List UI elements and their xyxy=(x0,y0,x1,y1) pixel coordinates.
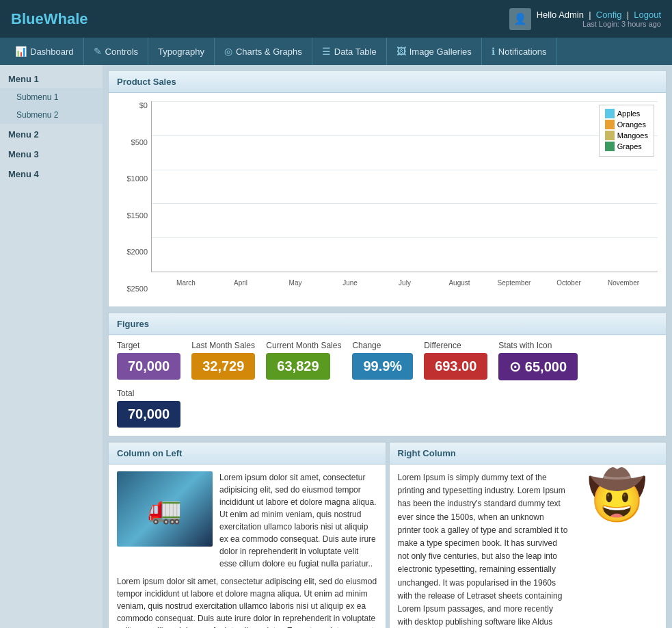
right-col-text: Lorem Ipsum is simply dummy text of the … xyxy=(398,471,569,628)
nav-datatable[interactable]: ☰ Data Table xyxy=(312,38,387,65)
figure-badge-3: 99.9% xyxy=(352,353,413,380)
user-info: 👤 Hello Admin | Config | Logout Last Log… xyxy=(509,8,661,30)
figure-item-5: Stats with Icon⊙ 65,000 xyxy=(498,341,578,380)
col-left-image: 🚛 xyxy=(117,471,213,547)
col-left-aside-text: Lorem ipsum dolor sit amet, consectetur … xyxy=(219,471,377,570)
user-text: Hello Admin | Config | Logout Last Login… xyxy=(537,10,661,28)
x-label-july: July xyxy=(377,279,432,287)
col-right: Right Column Lorem Ipsum is simply dummy… xyxy=(389,442,667,628)
chart-container: $2500 $2000 $1500 $1000 $500 $0 xyxy=(117,101,658,293)
nav-charts-label: Charts & Graphs xyxy=(236,47,302,57)
figure-label-0: Target xyxy=(117,341,180,350)
galleries-icon: 🖼 xyxy=(397,46,406,57)
config-link[interactable]: Config xyxy=(596,10,622,20)
legend-swatch-1 xyxy=(605,120,615,129)
nav-controls-label: Controls xyxy=(105,47,138,57)
total-badge: 70,000 xyxy=(117,401,180,428)
legend-item-grapes: Grapes xyxy=(605,142,648,151)
nav-galleries[interactable]: 🖼 Image Galleries xyxy=(387,38,482,65)
dashboard-icon: 📊 xyxy=(15,46,27,57)
legend-label-0: Apples xyxy=(617,109,641,118)
figure-label-5: Stats with Icon xyxy=(498,341,578,350)
legend-item-mangoes: Mangoes xyxy=(605,131,648,140)
chart-panel-header: Product Sales xyxy=(109,71,666,93)
nav-datatable-label: Data Table xyxy=(334,47,377,57)
figures-grid: Target70,000Last Month Sales32,729Curren… xyxy=(109,335,666,386)
legend-label-3: Grapes xyxy=(617,142,642,151)
sidebar-menu1[interactable]: Menu 1 xyxy=(0,68,103,88)
logo: BlueWhale xyxy=(11,10,88,28)
sidebar-submenu2[interactable]: Submenu 2 xyxy=(0,106,103,124)
nav-controls[interactable]: ✎ Controls xyxy=(84,38,148,65)
logout-link[interactable]: Logout xyxy=(634,10,661,20)
col-left: Column on Left 🚛 Lorem ipsum dolor sit a… xyxy=(108,442,386,628)
nav-notifications[interactable]: ℹ Notifications xyxy=(482,38,557,65)
logo-white: Whale xyxy=(44,10,88,27)
nav: 📊 Dashboard ✎ Controls Typography ◎ Char… xyxy=(0,38,672,65)
col-left-body-text: Lorem ipsum dolor sit amet, consectetur … xyxy=(117,575,377,628)
header: BlueWhale 👤 Hello Admin | Config | Logou… xyxy=(0,0,672,38)
datatable-icon: ☰ xyxy=(322,46,331,57)
nav-charts[interactable]: ◎ Charts & Graphs xyxy=(215,38,312,65)
figure-item-3: Change99.9% xyxy=(352,341,413,380)
figure-label-2: Current Month Sales xyxy=(266,341,341,350)
legend-swatch-3 xyxy=(605,142,615,151)
nav-galleries-label: Image Galleries xyxy=(409,47,472,57)
figures-panel-header: Figures xyxy=(109,313,666,335)
chart-panel-body: $2500 $2000 $1500 $1000 $500 $0 xyxy=(109,93,666,306)
legend-swatch-0 xyxy=(605,109,615,118)
sidebar-menu2[interactable]: Menu 2 xyxy=(0,124,103,144)
figure-badge-5: ⊙ 65,000 xyxy=(498,353,578,380)
figure-label-1: Last Month Sales xyxy=(191,341,255,350)
chart-legend: ApplesOrangesMangoesGrapes xyxy=(599,105,654,157)
legend-item-oranges: Oranges xyxy=(605,120,648,129)
right-col-body: Lorem Ipsum is simply dummy text of the … xyxy=(398,471,658,628)
sidebar-submenu1[interactable]: Submenu 1 xyxy=(0,88,103,106)
sidebar: Menu 1 Submenu 1 Submenu 2 Menu 2 Menu 3… xyxy=(0,65,103,628)
nav-notifications-label: Notifications xyxy=(498,47,547,57)
nav-dashboard[interactable]: 📊 Dashboard xyxy=(5,38,84,65)
charts-icon: ◎ xyxy=(224,46,232,57)
nav-typography-label: Typography xyxy=(158,47,204,57)
user-avatar: 👤 xyxy=(509,8,531,30)
logo-blue: Blue xyxy=(11,10,44,27)
user-greeting: Hello Admin xyxy=(537,10,584,20)
sidebar-menu4[interactable]: Menu 4 xyxy=(0,163,103,183)
col-left-header: Column on Left xyxy=(109,443,386,465)
sidebar-menu3[interactable]: Menu 3 xyxy=(0,144,103,163)
figure-label-4: Difference xyxy=(424,341,487,350)
nav-dashboard-label: Dashboard xyxy=(30,47,74,57)
x-label-september: September xyxy=(487,279,541,287)
main-content: Product Sales $2500 $2000 $1500 $1000 $5… xyxy=(103,65,672,628)
x-label-june: June xyxy=(323,279,377,287)
x-label-october: October xyxy=(541,279,596,287)
chart-panel: Product Sales $2500 $2000 $1500 $1000 $5… xyxy=(108,70,667,307)
chart-inner: MarchAprilMayJuneJulyAugustSeptemberOcto… xyxy=(151,101,658,272)
figure-label-3: Change xyxy=(352,341,413,350)
total-label: Total xyxy=(117,389,658,398)
right-col-text1: Lorem Ipsum is simply dummy text of the … xyxy=(398,471,569,628)
figure-badge-4: 693.00 xyxy=(424,353,487,380)
two-columns: Column on Left 🚛 Lorem ipsum dolor sit a… xyxy=(108,442,667,628)
figure-badge-1: 32,729 xyxy=(191,353,255,380)
col-right-content: Lorem Ipsum is simply dummy text of the … xyxy=(390,465,667,628)
legend-label-2: Mangoes xyxy=(617,131,648,140)
x-label-august: August xyxy=(432,279,487,287)
figure-item-4: Difference693.00 xyxy=(424,341,487,380)
x-label-april: April xyxy=(213,279,268,287)
col-left-img-text: 🚛 Lorem ipsum dolor sit amet, consectetu… xyxy=(117,471,377,570)
figure-badge-0: 70,000 xyxy=(117,353,180,380)
figure-item-2: Current Month Sales63,829 xyxy=(266,341,341,380)
x-label-november: November xyxy=(596,279,651,287)
figure-badge-2: 63,829 xyxy=(266,353,330,380)
col-right-header: Right Column xyxy=(390,443,667,465)
legend-label-1: Oranges xyxy=(617,120,646,129)
truck-icon: 🚛 xyxy=(148,488,182,529)
right-col-image: 🤠 xyxy=(576,471,658,628)
x-label-march: March xyxy=(159,279,213,287)
nav-typography[interactable]: Typography xyxy=(148,38,215,65)
figure-item-0: Target70,000 xyxy=(117,341,180,380)
notifications-icon: ℹ xyxy=(492,46,495,57)
total-row: Total 70,000 xyxy=(109,386,666,436)
layout: Menu 1 Submenu 1 Submenu 2 Menu 2 Menu 3… xyxy=(0,65,672,628)
